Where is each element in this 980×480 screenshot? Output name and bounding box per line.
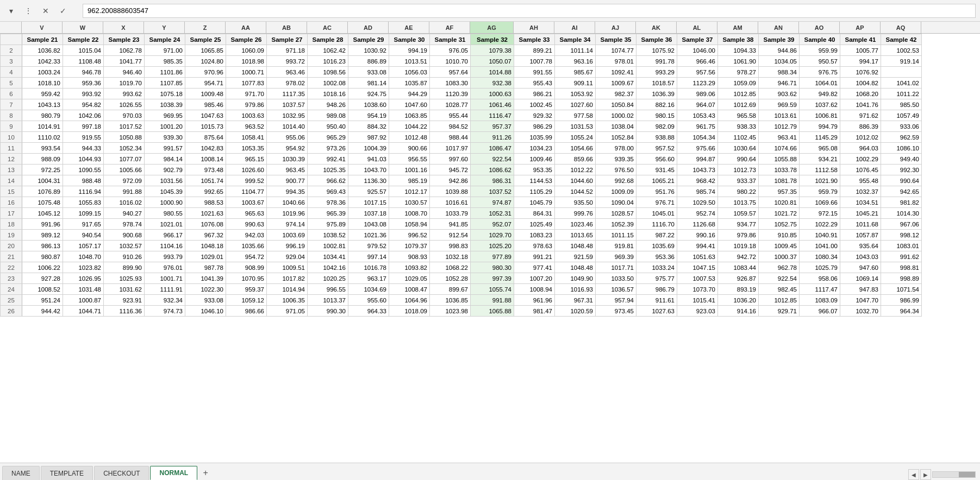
data-cell[interactable]: 1054.34 xyxy=(677,132,718,143)
data-cell[interactable]: 1083.23 xyxy=(514,230,555,241)
data-cell[interactable]: 1079.38 xyxy=(471,45,514,56)
data-cell[interactable]: 1036.39 xyxy=(636,89,677,99)
data-cell[interactable]: 1045.01 xyxy=(636,208,677,219)
data-cell[interactable]: 992.65 xyxy=(185,186,226,197)
data-cell[interactable]: 953.36 xyxy=(636,251,677,262)
data-cell[interactable]: 1041.39 xyxy=(185,273,226,284)
data-cell[interactable]: 1061.46 xyxy=(471,99,514,110)
data-cell[interactable]: 1042.06 xyxy=(63,110,104,121)
data-cell[interactable]: 1059.09 xyxy=(718,78,759,89)
data-cell[interactable]: 1039.88 xyxy=(430,186,471,197)
data-cell[interactable]: 1041.76 xyxy=(840,99,881,110)
data-cell[interactable]: 1002.29 xyxy=(840,154,881,165)
data-cell[interactable]: 1001.16 xyxy=(389,165,430,175)
data-cell[interactable]: 971.70 xyxy=(226,89,267,99)
data-cell[interactable]: 1017.52 xyxy=(104,121,145,132)
data-cell[interactable]: 944.33 xyxy=(63,143,104,154)
data-cell[interactable]: 1031.56 xyxy=(145,175,185,186)
data-cell[interactable]: 1044.60 xyxy=(555,175,596,186)
data-cell[interactable]: 981.82 xyxy=(881,197,922,208)
data-cell[interactable]: 1043.70 xyxy=(348,165,389,175)
data-cell[interactable]: 1071.54 xyxy=(881,284,922,295)
data-cell[interactable]: 964.34 xyxy=(881,306,922,317)
data-cell[interactable]: 1006.35 xyxy=(267,295,308,306)
data-cell[interactable]: 954.72 xyxy=(226,251,267,262)
data-cell[interactable]: 1018.10 xyxy=(22,78,63,89)
data-cell[interactable]: 1014.30 xyxy=(881,208,922,219)
data-cell[interactable]: 1030.64 xyxy=(718,143,759,154)
scroll-left-button[interactable]: ◀ xyxy=(908,469,919,480)
data-cell[interactable]: 1013.65 xyxy=(555,230,596,241)
col-header-w[interactable]: W xyxy=(63,22,103,33)
data-cell[interactable]: 1003.63 xyxy=(226,110,267,121)
data-cell[interactable]: 956.55 xyxy=(389,154,430,165)
data-cell[interactable]: 922.54 xyxy=(471,154,514,165)
data-cell[interactable]: 977.58 xyxy=(555,110,596,121)
data-cell[interactable]: 1104.16 xyxy=(145,241,185,251)
data-cell[interactable]: 1036.20 xyxy=(718,295,759,306)
data-cell[interactable]: 986.79 xyxy=(636,284,677,295)
data-cell[interactable]: 1077.07 xyxy=(104,154,145,165)
data-cell[interactable]: 942.65 xyxy=(881,186,922,197)
data-cell[interactable]: 1052.31 xyxy=(471,208,514,219)
data-cell[interactable]: 933.08 xyxy=(348,67,389,78)
data-cell[interactable]: 1012.02 xyxy=(840,132,881,143)
data-cell[interactable]: 963.45 xyxy=(267,165,308,175)
data-cell[interactable]: 1006.22 xyxy=(22,262,63,273)
data-cell[interactable]: 1034.05 xyxy=(759,56,800,67)
data-cell[interactable]: 1007.78 xyxy=(514,56,555,67)
data-cell[interactable]: 977.89 xyxy=(471,251,514,262)
data-cell[interactable]: 950.40 xyxy=(308,121,348,132)
data-cell[interactable]: 1052.28 xyxy=(430,273,471,284)
data-cell[interactable]: 1013.75 xyxy=(718,197,759,208)
data-cell[interactable]: 946.78 xyxy=(63,67,104,78)
data-cell[interactable]: 1038.39 xyxy=(145,99,185,110)
data-cell[interactable]: 1037.62 xyxy=(800,99,840,110)
data-cell[interactable]: 1033.50 xyxy=(596,273,636,284)
data-cell[interactable]: 998.83 xyxy=(430,241,471,251)
data-cell[interactable]: 955.43 xyxy=(514,78,555,89)
col-header-ai[interactable]: AI xyxy=(554,22,595,33)
data-cell[interactable]: 949.40 xyxy=(881,154,922,165)
col-header-ae[interactable]: AE xyxy=(389,22,429,33)
data-cell[interactable]: 996.52 xyxy=(389,230,430,241)
data-cell[interactable]: 981.47 xyxy=(514,306,555,317)
data-cell[interactable]: 982.45 xyxy=(759,284,800,295)
data-cell[interactable]: 1058.41 xyxy=(226,132,267,143)
data-cell[interactable]: 1018.09 xyxy=(389,306,430,317)
data-cell[interactable]: 1012.79 xyxy=(759,121,800,132)
data-cell[interactable]: 957.94 xyxy=(596,295,636,306)
data-cell[interactable]: 999.52 xyxy=(226,175,267,186)
data-cell[interactable]: 893.19 xyxy=(718,284,759,295)
data-cell[interactable]: 982.37 xyxy=(596,89,636,99)
data-cell[interactable]: 942.86 xyxy=(430,175,471,186)
data-cell[interactable]: 1038.60 xyxy=(348,99,389,110)
data-cell[interactable]: 1015.73 xyxy=(185,121,226,132)
col-header-an[interactable]: AN xyxy=(758,22,799,33)
data-cell[interactable]: 1002.53 xyxy=(881,45,922,56)
data-cell[interactable]: 951.76 xyxy=(636,186,677,197)
data-cell[interactable]: 1034.23 xyxy=(514,143,555,154)
col-header-ag[interactable]: AG xyxy=(470,22,514,33)
data-cell[interactable]: 1025.79 xyxy=(800,262,840,273)
data-cell[interactable]: 1012.73 xyxy=(718,165,759,175)
data-cell[interactable]: 955.48 xyxy=(840,175,881,186)
data-cell[interactable]: 1086.10 xyxy=(881,143,922,154)
data-cell[interactable]: 997.60 xyxy=(430,154,471,165)
data-cell[interactable]: 1040.91 xyxy=(800,230,840,241)
data-cell[interactable]: 1037.57 xyxy=(267,99,308,110)
data-cell[interactable]: 996.19 xyxy=(267,241,308,251)
data-cell[interactable]: 1083.01 xyxy=(881,241,922,251)
data-cell[interactable]: 991.55 xyxy=(514,67,555,78)
data-cell[interactable]: 1023.46 xyxy=(555,219,596,230)
data-cell[interactable]: 992.30 xyxy=(881,165,922,175)
data-cell[interactable]: 1032.18 xyxy=(430,251,471,262)
data-cell[interactable]: 875.64 xyxy=(185,132,226,143)
data-cell[interactable]: 1083.09 xyxy=(800,295,840,306)
data-cell[interactable]: 966.07 xyxy=(800,306,840,317)
data-cell[interactable]: 978.27 xyxy=(718,67,759,78)
data-cell[interactable]: 988.34 xyxy=(759,67,800,78)
data-cell[interactable]: 938.88 xyxy=(636,132,677,143)
data-cell[interactable]: 1025.35 xyxy=(308,165,348,175)
data-cell[interactable]: 917.65 xyxy=(63,219,104,230)
